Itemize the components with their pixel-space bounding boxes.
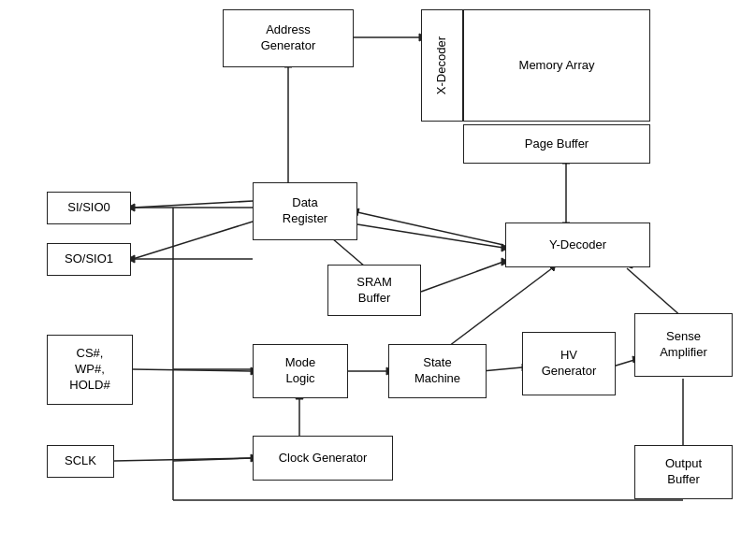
x-decoder-block: X-Decoder	[421, 9, 463, 122]
svg-line-9	[133, 201, 253, 208]
so-sio1-block: SO/SIO1	[47, 243, 131, 276]
svg-line-13	[332, 238, 365, 266]
svg-line-31	[114, 458, 251, 461]
sram-buffer-block: SRAM Buffer	[327, 265, 421, 316]
sense-amplifier-block: Sense Amplifier	[634, 313, 733, 377]
svg-line-7	[357, 212, 503, 245]
si-sio0-block: SI/SIO0	[47, 192, 131, 224]
output-buffer-block: Output Buffer	[634, 445, 733, 499]
svg-line-21	[482, 367, 522, 371]
svg-line-39	[173, 458, 253, 461]
hv-generator-block: HV Generator	[522, 332, 616, 395]
address-generator-block: Address Generator	[223, 9, 354, 67]
state-machine-block: State Machine	[388, 344, 487, 398]
page-buffer-block: Page Buffer	[463, 124, 650, 164]
y-decoder-block: Y-Decoder	[505, 223, 650, 267]
block-diagram: Address Generator X-Decoder Memory Array…	[0, 0, 756, 560]
clock-generator-block: Clock Generator	[253, 436, 393, 481]
svg-line-29	[133, 369, 251, 371]
svg-line-11	[133, 222, 253, 259]
sclk-block: SCLK	[47, 445, 114, 478]
cs-wp-hold-block: CS#, WP#, HOLD#	[47, 335, 133, 405]
mode-logic-block: Mode Logic	[253, 344, 348, 398]
data-register-block: Data Register	[253, 182, 357, 240]
memory-array-block: Memory Array	[463, 9, 650, 122]
svg-line-25	[627, 268, 683, 318]
svg-line-44	[357, 224, 503, 248]
svg-line-15	[421, 262, 503, 292]
svg-line-23	[613, 360, 634, 366]
